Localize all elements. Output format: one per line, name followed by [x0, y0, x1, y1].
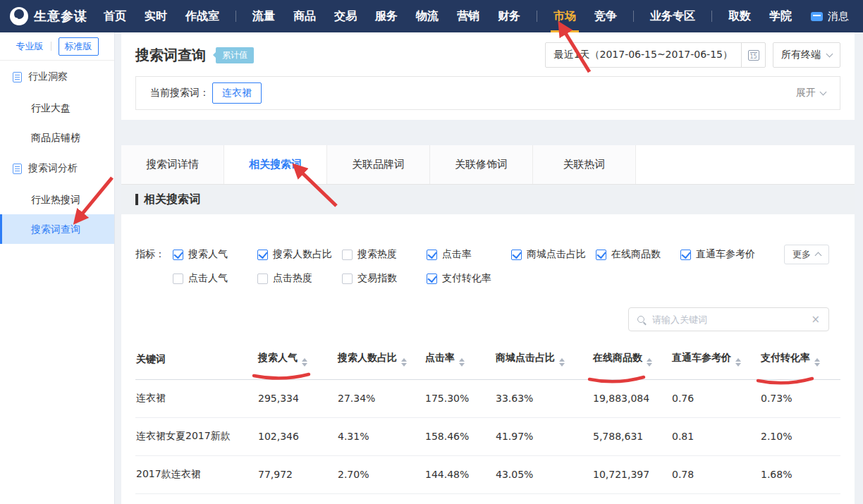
cell-value: 43.05%: [495, 455, 592, 493]
metric-checkbox-ztc-reference-price[interactable]: 直通车参考价: [680, 248, 765, 261]
metrics-row-2: 点击人气 点击热度 交易指数 支付转化率: [135, 269, 840, 288]
nav-divider: [711, 11, 712, 22]
col-online-products[interactable]: 在线商品数: [592, 340, 671, 379]
more-button[interactable]: 更多: [784, 245, 829, 264]
sort-icon[interactable]: [459, 358, 465, 367]
sidebar-item-search-word-query[interactable]: 搜索词查询: [0, 214, 114, 244]
col-mall-click-ratio[interactable]: 商城点击占比: [495, 340, 592, 379]
tab-related-search-words[interactable]: 相关搜索词: [224, 145, 327, 184]
table-row: 连衣裙 295,334 27.34% 175.30% 33.63% 19,883…: [135, 379, 840, 417]
nav-item-trade[interactable]: 交易: [325, 0, 366, 32]
metric-checkbox-payment-conversion[interactable]: 支付转化率: [427, 272, 511, 285]
checkbox-unchecked-icon: [173, 273, 183, 284]
cell-value: 41.97%: [495, 417, 592, 455]
section-marker: [135, 194, 138, 205]
expand-toggle[interactable]: 展开: [796, 87, 826, 99]
chevron-up-icon: [815, 252, 822, 259]
nav-divider: [537, 11, 537, 22]
search-row: ×: [121, 307, 829, 331]
version-tab-standard[interactable]: 标准版: [59, 37, 99, 56]
col-search-user-ratio[interactable]: 搜索人数占比: [337, 340, 424, 379]
checkbox-checked-icon: [596, 250, 606, 260]
tab-bar: 搜索词详情 相关搜索词 关联品牌词 关联修饰词 关联热词: [121, 145, 855, 185]
nav-divider: [633, 11, 634, 22]
metric-checkbox-search-user-ratio[interactable]: 搜索人数占比: [257, 248, 342, 261]
nav-item-logistics[interactable]: 物流: [407, 0, 448, 32]
sort-icon[interactable]: [302, 358, 307, 367]
metrics-label: 指标：: [135, 248, 173, 261]
version-switcher: 专业版 标准版: [0, 32, 114, 61]
nav-item-product[interactable]: 商品: [284, 0, 325, 32]
nav-item-marketing[interactable]: 营销: [448, 0, 489, 32]
sidebar-item-product-shop-rank[interactable]: 商品店铺榜: [0, 123, 114, 152]
metric-checkbox-trade-index[interactable]: 交易指数: [342, 272, 427, 285]
sort-icon[interactable]: [735, 358, 741, 367]
nav-item-competition[interactable]: 竞争: [585, 0, 626, 32]
top-navbar: 生意参谋 首页 实时 作战室 流量 商品 交易 服务 物流 营销 财务 市场 竞…: [0, 0, 863, 32]
checkbox-unchecked-icon: [342, 273, 353, 284]
brand-name: 生意参谋: [34, 8, 87, 25]
nav-item-service[interactable]: 服务: [366, 0, 407, 32]
keyword-chip[interactable]: 连衣裙: [212, 82, 262, 104]
sort-icon[interactable]: [559, 358, 565, 367]
sort-icon[interactable]: [814, 358, 820, 367]
metric-checkbox-click-heat[interactable]: 点击热度: [257, 272, 342, 285]
tab-related-brand-words[interactable]: 关联品牌词: [327, 145, 430, 184]
sort-icon[interactable]: [401, 358, 407, 367]
version-tab-pro[interactable]: 专业版: [16, 40, 44, 53]
clear-icon[interactable]: ×: [811, 314, 820, 325]
search-input[interactable]: [651, 314, 804, 326]
nav-item-market[interactable]: 市场: [544, 0, 585, 32]
calendar-button[interactable]: 15: [741, 43, 765, 67]
metric-checkbox-click-popularity[interactable]: 点击人气: [173, 272, 257, 285]
nav-item-traffic[interactable]: 流量: [243, 0, 284, 32]
sidebar: 专业版 标准版 行业洞察 行业大盘 商品店铺榜 搜索词分析 行业热搜词 搜索词查…: [0, 32, 115, 504]
cell-value: 102,346: [257, 417, 337, 455]
metric-checkbox-search-heat[interactable]: 搜索热度: [342, 248, 427, 261]
related-search-words-table: 关键词 搜索人气 搜索人数占比 点击率 商城点击占比 在线商品数 直通车参考价 …: [135, 340, 840, 494]
checkbox-checked-icon: [511, 250, 522, 260]
metric-checkbox-click-rate[interactable]: 点击率: [427, 248, 511, 261]
cell-keyword-link[interactable]: 连衣裙女夏2017新款: [135, 417, 257, 455]
col-search-popularity[interactable]: 搜索人气: [257, 340, 337, 379]
nav-item-warroom[interactable]: 作战室: [176, 0, 228, 32]
sidebar-item-industry-overview[interactable]: 行业大盘: [0, 93, 114, 123]
sidebar-group-label: 搜索词分析: [28, 162, 78, 175]
nav-item-realtime[interactable]: 实时: [135, 0, 176, 32]
metric-checkbox-online-products[interactable]: 在线商品数: [596, 248, 680, 261]
current-search-word-bar: 当前搜索词： 连衣裙 展开: [135, 76, 840, 110]
brand[interactable]: 生意参谋: [0, 7, 94, 25]
nav-item-business-zone[interactable]: 业务专区: [641, 0, 704, 32]
sidebar-item-industry-hot-words[interactable]: 行业热搜词: [0, 185, 114, 214]
checkbox-unchecked-icon: [257, 273, 268, 284]
tab-search-word-detail[interactable]: 搜索词详情: [121, 145, 224, 184]
chevron-down-icon: [820, 89, 827, 96]
main-content: 搜索词查询 累计值 最近1天（2017-06-15~2017-06-15） 15…: [115, 32, 863, 504]
nav-message[interactable]: 消息: [811, 10, 863, 23]
checkbox-checked-icon: [257, 250, 268, 260]
date-range-picker[interactable]: 最近1天（2017-06-15~2017-06-15） 15: [545, 42, 766, 68]
cell-keyword: 连衣裙: [135, 379, 257, 417]
page: 生意参谋 首页 实时 作战室 流量 商品 交易 服务 物流 营销 财务 市场 竞…: [0, 0, 863, 504]
section-title: 相关搜索词: [144, 192, 200, 207]
metric-checkbox-search-popularity[interactable]: 搜索人气: [173, 248, 257, 261]
nav-item-academy[interactable]: 学院: [760, 0, 801, 32]
nav-item-home[interactable]: 首页: [94, 0, 135, 32]
sort-icon[interactable]: [647, 358, 652, 367]
tab-related-modifier-words[interactable]: 关联修饰词: [430, 145, 533, 184]
col-click-rate[interactable]: 点击率: [424, 340, 495, 379]
col-keyword: 关键词: [135, 340, 257, 379]
keyword-search-box: ×: [628, 307, 829, 331]
cell-keyword-link[interactable]: 2017款连衣裙: [135, 455, 257, 493]
col-ztc-reference-price[interactable]: 直通车参考价: [671, 340, 760, 379]
cell-value: 0.81: [671, 417, 760, 455]
tab-related-hot-words[interactable]: 关联热词: [533, 145, 636, 184]
nav-item-finance[interactable]: 财务: [489, 0, 530, 32]
col-payment-conversion[interactable]: 支付转化率: [760, 340, 840, 379]
cell-value: 158.46%: [424, 417, 495, 455]
terminal-select[interactable]: 所有终端: [773, 42, 840, 68]
metric-checkbox-mall-click-ratio[interactable]: 商城点击占比: [511, 248, 596, 261]
cell-value: 2.70%: [337, 455, 424, 493]
nav-item-data-fetch[interactable]: 取数: [719, 0, 760, 32]
cell-value: 77,972: [257, 455, 337, 493]
